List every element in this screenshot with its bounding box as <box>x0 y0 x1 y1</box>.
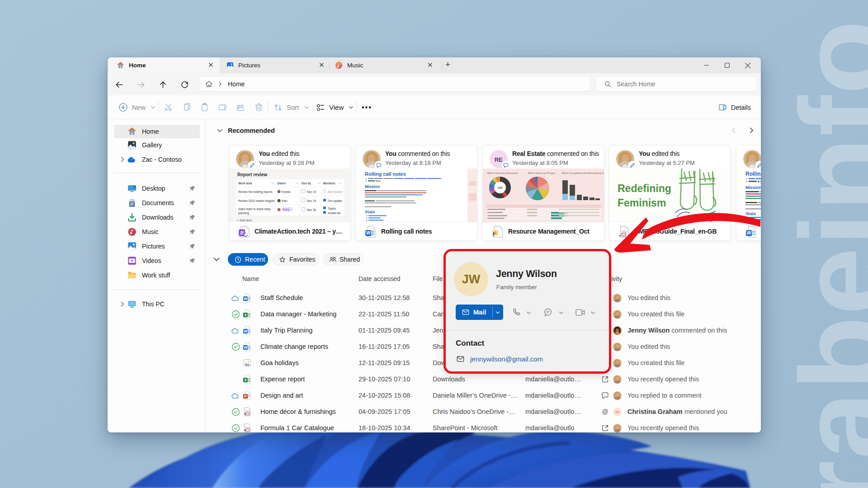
svg-text:Sales team to share early: Sales team to share early <box>238 207 271 211</box>
svg-text:Work area: Work area <box>238 182 252 185</box>
svg-text:Review the existing reports: Review the existing reports <box>238 190 273 194</box>
svg-text:Invitee list: Invitee list <box>328 211 340 215</box>
svg-text:Review 2022 market insights: Review 2022 market insights <box>238 199 275 203</box>
svg-text:Krystal: Krystal <box>282 190 290 194</box>
svg-text:Topics: Topics <box>328 207 336 211</box>
svg-text:W: W <box>244 329 248 333</box>
svg-text:X: X <box>244 378 247 382</box>
svg-text:Add blocker: Add blocker <box>328 190 343 193</box>
svg-text:X: X <box>244 313 247 317</box>
svg-text:@: @ <box>602 408 608 415</box>
svg-text:Effort Hours by Project: Effort Hours by Project <box>528 172 556 174</box>
svg-text:Mission: Mission <box>365 184 380 189</box>
svg-text:Nov 24: Nov 24 <box>307 199 316 202</box>
svg-text:Effort Hours by Resource: Effort Hours by Resource <box>487 172 518 174</box>
svg-text:Get update: Get update <box>328 199 342 203</box>
svg-text:RE: RE <box>495 156 503 163</box>
svg-text:Blockers: Blockers <box>323 182 335 185</box>
svg-text:Nov 25: Nov 25 <box>307 208 316 211</box>
svg-text:Owner: Owner <box>277 182 286 185</box>
svg-text:Feminism: Feminism <box>618 197 666 209</box>
svg-text:Mission: Mission <box>745 185 761 190</box>
svg-text:Stats: Stats <box>745 211 756 216</box>
svg-text:Due by: Due by <box>302 182 311 185</box>
svg-text:Daisy: Daisy <box>283 208 290 211</box>
svg-text:Redefining: Redefining <box>618 183 671 194</box>
svg-text:Effort Completed and Remaining: Effort Completed and Remaining by Projec… <box>562 172 604 174</box>
svg-text:Stats: Stats <box>365 210 375 214</box>
svg-text:Nov 19: Nov 19 <box>307 190 316 193</box>
svg-text:Kian: Kian <box>282 199 288 202</box>
svg-text:CG: CG <box>615 411 619 413</box>
svg-text:W: W <box>244 345 248 350</box>
svg-text:Rolling call notes: Rolling call notes <box>365 171 406 177</box>
svg-text:planning: planning <box>238 211 249 215</box>
svg-text:P: P <box>244 394 247 399</box>
svg-text:Rolling call notes: Rolling call notes <box>745 171 761 177</box>
svg-text:W: W <box>244 296 248 301</box>
svg-text:18K: 18K <box>497 186 503 189</box>
